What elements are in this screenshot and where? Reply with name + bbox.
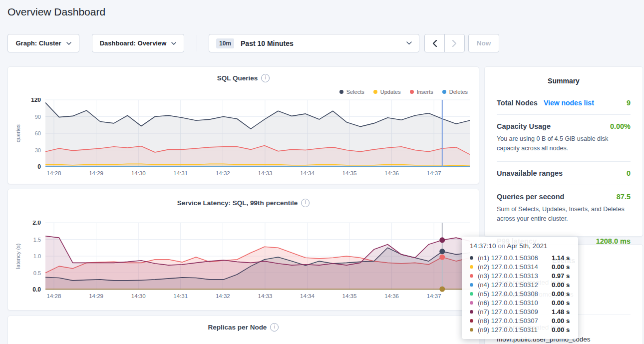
service-latency-card: Service Latency: SQL, 99th percentile i … [7, 189, 479, 311]
svg-text:0.0: 0.0 [32, 286, 41, 293]
node-latency-value: 0.00 s [552, 326, 570, 334]
controls-divider [197, 35, 197, 51]
node-latency-value: 0.00 s [552, 281, 570, 289]
svg-text:14:33: 14:33 [258, 293, 273, 299]
tooltip-row: (n8) 127.0.0.1:503070.00 s [470, 316, 570, 325]
node-latency-value: 1.48 s [552, 308, 570, 316]
legend-label: Updates [380, 89, 401, 95]
node-latency-value: 0.00 s [552, 317, 570, 325]
view-nodes-list-link[interactable]: View nodes list [544, 99, 594, 107]
info-icon[interactable]: i [270, 323, 279, 332]
dashboard-dropdown[interactable]: Dashboard: Overview [92, 34, 184, 52]
svg-text:14:37: 14:37 [427, 293, 441, 299]
time-range-dropdown[interactable]: 10m Past 10 Minutes [209, 34, 419, 52]
svg-text:14:35: 14:35 [342, 293, 357, 299]
node-address: (n6) 127.0.0.1:50310 [478, 299, 552, 307]
qps-row: Queries per second 87.5 [497, 193, 631, 201]
total-nodes-row: Total Nodes View nodes list 9 [497, 99, 631, 107]
node-address: (n4) 127.0.0.1:50312 [478, 281, 552, 289]
chart-hover-tooltip: 14:37:10 on Apr 5th, 2021 (n1) 127.0.0.1… [462, 237, 578, 339]
node-color-dot [470, 256, 473, 260]
node-address: (n8) 127.0.0.1:50307 [478, 317, 552, 325]
capacity-usage-value: 0.00% [610, 122, 631, 130]
qps-desc: Sum of Selects, Updates, Inserts, and De… [497, 205, 631, 224]
replicas-title: Replicas per Node [208, 324, 267, 331]
node-color-dot [470, 283, 473, 287]
tooltip-rows: (n1) 127.0.0.1:503061.14 s(n2) 127.0.0.1… [470, 253, 570, 334]
svg-text:14:36: 14:36 [384, 293, 399, 299]
legend-dot [410, 90, 414, 94]
service-latency-chart[interactable]: 0.00.51.01.52.014:2814:2914:3014:3114:32… [13, 221, 477, 300]
unavailable-ranges-value: 0 [627, 169, 631, 177]
svg-text:30: 30 [35, 147, 41, 153]
now-button[interactable]: Now [468, 34, 499, 52]
svg-text:14:31: 14:31 [173, 293, 188, 299]
unavailable-ranges-row: Unavailable ranges 0 [497, 169, 631, 177]
node-color-dot [470, 328, 473, 332]
page-title: Overview Dashboard [7, 6, 105, 18]
tooltip-row: (n2) 127.0.0.1:503140.00 s [470, 262, 570, 271]
svg-text:14:32: 14:32 [216, 293, 230, 299]
svg-text:14:29: 14:29 [89, 293, 103, 299]
legend-dot [373, 90, 377, 94]
time-pager [424, 34, 465, 52]
qps-value: 87.5 [617, 193, 631, 201]
svg-text:90: 90 [35, 114, 41, 120]
svg-text:14:34: 14:34 [300, 170, 315, 176]
legend-item-selects[interactable]: Selects [339, 89, 364, 95]
sql-queries-chart[interactable]: 030609012014:2814:2914:3014:3114:3214:33… [13, 98, 477, 177]
node-color-dot [470, 274, 473, 278]
legend-item-inserts[interactable]: Inserts [410, 89, 433, 95]
node-address: (n3) 127.0.0.1:50313 [478, 272, 552, 280]
divider [497, 185, 631, 185]
tooltip-row: (n1) 127.0.0.1:503061.14 s [470, 253, 570, 262]
summary-card: Summary Total Nodes View nodes list 9 Ca… [484, 66, 643, 237]
service-latency-title: Service Latency: SQL, 99th percentile [177, 199, 298, 207]
svg-text:14:34: 14:34 [300, 293, 315, 299]
svg-text:14:31: 14:31 [173, 170, 188, 176]
capacity-usage-label: Capacity Usage [497, 122, 551, 130]
chevron-down-icon [66, 42, 71, 45]
info-icon[interactable]: i [301, 199, 310, 207]
legend-dot [339, 90, 343, 94]
svg-text:2.0: 2.0 [32, 221, 41, 226]
chevron-down-icon [406, 41, 412, 45]
node-color-dot [470, 292, 473, 296]
node-color-dot [470, 310, 473, 314]
svg-text:14:28: 14:28 [47, 170, 61, 176]
info-icon[interactable]: i [261, 74, 270, 82]
svg-text:14:36: 14:36 [384, 170, 399, 176]
legend-item-deletes[interactable]: Deletes [442, 89, 468, 95]
node-latency-value: 0.00 s [552, 290, 570, 298]
time-next-button[interactable] [444, 34, 464, 52]
capacity-usage-row: Capacity Usage 0.00% [497, 122, 631, 130]
svg-text:1.0: 1.0 [33, 253, 41, 259]
node-address: (n1) 127.0.0.1:50306 [478, 254, 552, 262]
node-color-dot [470, 319, 473, 323]
sql-queries-title: SQL Queries [217, 74, 258, 82]
tooltip-row: (n5) 127.0.0.1:503080.00 s [470, 289, 570, 298]
tooltip-row: (n4) 127.0.0.1:503120.00 s [470, 280, 570, 289]
legend-dot [442, 90, 446, 94]
node-color-dot [470, 301, 473, 305]
tooltip-on: on [498, 242, 505, 250]
chevron-down-icon [171, 42, 176, 45]
graph-dropdown-label: Graph: Cluster [15, 39, 61, 47]
dashboard-dropdown-label: Dashboard: Overview [100, 39, 167, 47]
graph-dropdown[interactable]: Graph: Cluster [7, 34, 79, 52]
time-prev-button[interactable] [425, 34, 444, 52]
svg-text:0.5: 0.5 [33, 270, 41, 276]
time-range-badge: 10m [216, 38, 234, 48]
replicas-per-node-card: Replicas per Node i [7, 316, 479, 344]
node-address: (n2) 127.0.0.1:50314 [478, 263, 552, 271]
qps-label: Queries per second [497, 193, 564, 201]
node-address: (n5) 127.0.0.1:50308 [478, 290, 552, 298]
node-address: (n7) 127.0.0.1:50309 [478, 308, 552, 316]
svg-text:latency (s): latency (s) [15, 244, 21, 269]
tooltip-date: Apr 5th, 2021 [507, 242, 547, 250]
node-latency-value: 0.00 s [552, 263, 570, 271]
legend-label: Inserts [417, 89, 433, 95]
svg-text:60: 60 [35, 130, 41, 136]
legend-item-updates[interactable]: Updates [373, 89, 401, 95]
svg-text:14:33: 14:33 [258, 170, 273, 176]
